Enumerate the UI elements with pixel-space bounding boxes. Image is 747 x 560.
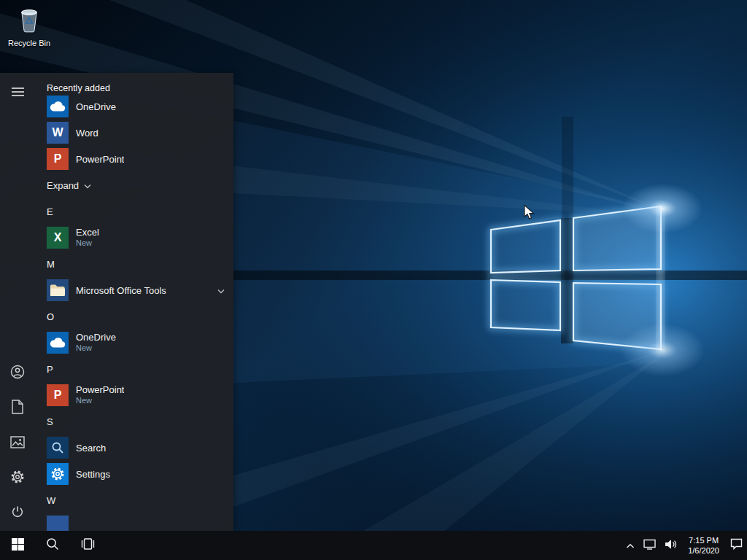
office-tools-left: Microsoft Office Tools — [47, 279, 166, 301]
new-badge: New — [76, 238, 99, 249]
tray-overflow-button[interactable] — [622, 531, 639, 560]
app-label: PowerPoint — [76, 384, 124, 395]
onedrive-icon — [47, 96, 69, 117]
powerpoint-icon: P — [47, 148, 69, 170]
recently-added-header: Recently added — [35, 83, 233, 93]
word-icon — [47, 516, 69, 531]
start-app-settings[interactable]: Settings — [35, 461, 233, 487]
letter-header-e[interactable]: E — [35, 198, 233, 225]
start-app-word-recent[interactable]: W Word — [35, 120, 233, 146]
powerpoint-icon-letter: P — [54, 389, 62, 401]
taskbar-clock[interactable]: 7:15 PM 1/6/2020 — [681, 531, 726, 560]
app-label: Word — [76, 128, 98, 139]
letter-header-p[interactable]: P — [35, 356, 233, 382]
system-tray: 7:15 PM 1/6/2020 — [622, 531, 747, 560]
app-text: OneDrive New — [76, 332, 116, 354]
power-button[interactable] — [0, 496, 35, 531]
user-icon — [10, 365, 25, 382]
search-app-icon — [47, 437, 69, 459]
new-badge: New — [76, 343, 116, 354]
power-icon — [11, 505, 24, 521]
task-view-icon — [81, 538, 95, 553]
settings-rail-button[interactable] — [0, 461, 35, 496]
task-view-button[interactable] — [70, 531, 105, 560]
new-badge: New — [76, 395, 124, 406]
app-label: OneDrive — [76, 332, 116, 343]
letter-header-w[interactable]: W — [35, 487, 233, 513]
expand-toggle[interactable]: Expand — [35, 172, 233, 198]
search-icon — [46, 537, 59, 553]
start-app-excel[interactable]: X Excel New — [35, 225, 233, 251]
app-label: Microsoft Office Tools — [76, 285, 166, 296]
onedrive-icon — [47, 332, 69, 354]
action-center-icon — [730, 538, 743, 553]
start-app-search[interactable]: Search — [35, 435, 233, 461]
recycle-bin[interactable]: Recycle Bin — [6, 6, 53, 47]
account-button[interactable] — [0, 356, 35, 391]
chevron-down-icon — [84, 180, 91, 191]
recycle-bin-icon — [16, 6, 42, 36]
app-text: PowerPoint New — [76, 384, 124, 406]
rail-spacer — [0, 111, 35, 356]
gear-icon — [10, 470, 25, 487]
volume-button[interactable] — [660, 531, 681, 560]
chevron-down-icon[interactable] — [217, 284, 225, 297]
app-label: OneDrive — [76, 101, 116, 112]
start-app-powerpoint[interactable]: P PowerPoint New — [35, 382, 233, 408]
chevron-up-icon — [626, 539, 635, 552]
excel-icon-letter: X — [54, 232, 62, 244]
start-app-onedrive[interactable]: OneDrive New — [35, 330, 233, 356]
start-menu: Recently added OneDrive W Word P — [0, 73, 233, 531]
action-center-button[interactable] — [726, 531, 747, 560]
letter-header-o[interactable]: O — [35, 303, 233, 330]
letter-header-m[interactable]: M — [35, 251, 233, 277]
powerpoint-icon-letter: P — [54, 153, 62, 165]
app-label: Excel — [76, 227, 99, 238]
start-app-partial[interactable] — [35, 513, 233, 531]
documents-icon — [12, 400, 23, 417]
app-text: Excel New — [76, 227, 99, 249]
network-button[interactable] — [639, 531, 660, 560]
start-app-onedrive-recent[interactable]: OneDrive — [35, 93, 233, 120]
settings-gear-icon — [47, 463, 69, 485]
app-label: Settings — [76, 469, 110, 480]
desktop: Recycle Bin — [0, 0, 747, 560]
hamburger-icon — [12, 87, 24, 100]
letter-header-s[interactable]: S — [35, 408, 233, 435]
pictures-button[interactable] — [0, 426, 35, 461]
start-button[interactable] — [0, 531, 35, 560]
network-icon — [643, 539, 656, 553]
app-label: PowerPoint — [76, 154, 124, 165]
clock-date: 1/6/2020 — [688, 545, 719, 556]
start-app-office-tools[interactable]: Microsoft Office Tools — [35, 277, 233, 303]
word-icon-letter: W — [52, 127, 63, 139]
start-app-list: Recently added OneDrive W Word P — [35, 73, 233, 531]
taskbar: 7:15 PM 1/6/2020 — [0, 531, 747, 560]
expand-label: Expand — [47, 180, 79, 191]
powerpoint-icon: P — [47, 384, 69, 406]
start-app-powerpoint-recent[interactable]: P PowerPoint — [35, 146, 233, 172]
word-icon: W — [47, 122, 69, 144]
pictures-icon — [10, 436, 25, 451]
hamburger-menu-button[interactable] — [0, 76, 35, 111]
windows-start-icon — [12, 538, 24, 553]
clock-time: 7:15 PM — [689, 535, 719, 545]
taskbar-search-button[interactable] — [35, 531, 70, 560]
folder-icon — [47, 279, 69, 301]
excel-icon: X — [47, 227, 69, 249]
start-menu-rail — [0, 73, 35, 531]
recycle-bin-label: Recycle Bin — [8, 39, 50, 47]
volume-icon — [665, 539, 677, 553]
documents-button[interactable] — [0, 391, 35, 426]
app-label: Search — [76, 443, 106, 454]
